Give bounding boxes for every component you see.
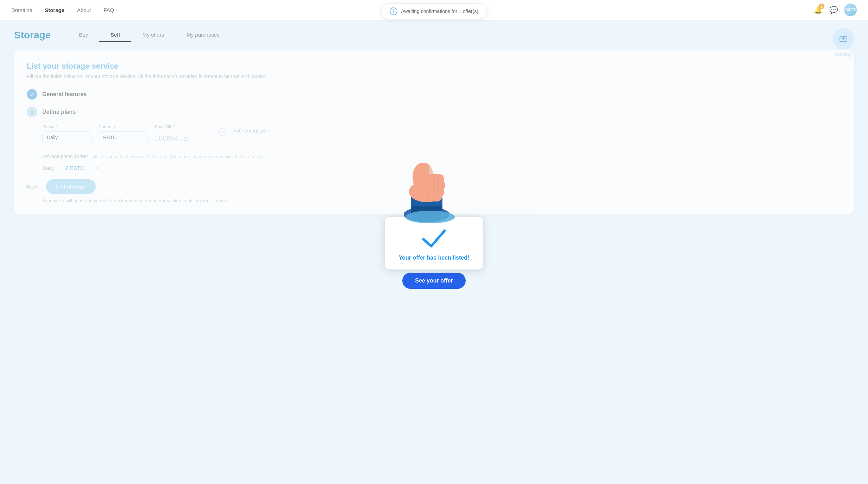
success-overlay: Your offer has been listed! See your off… xyxy=(0,0,868,484)
popup-wrapper: Your offer has been listed! See your off… xyxy=(384,216,484,289)
checkmark-icon xyxy=(421,228,447,249)
thumbs-illustration xyxy=(391,149,469,227)
success-message: Your offer has been listed! xyxy=(399,255,470,261)
thumbs-shadow xyxy=(405,211,455,223)
see-offer-button[interactable]: See your offer xyxy=(402,273,466,289)
